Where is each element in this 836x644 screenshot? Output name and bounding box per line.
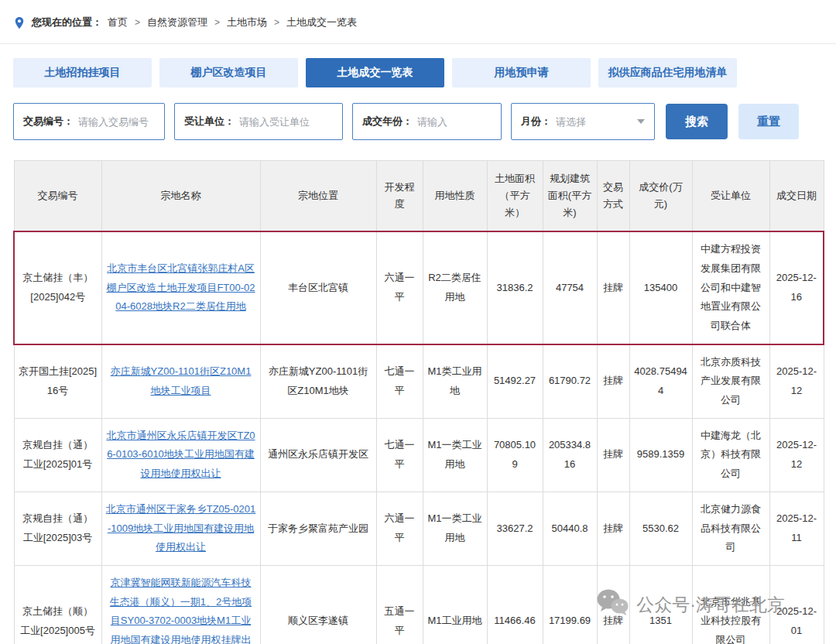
cell-planned-building-area: 61790.72 (543, 344, 597, 419)
cell-transaction-date: 2025-12-12 (769, 418, 824, 492)
cell-planned-building-area: 205334.816 (543, 418, 597, 492)
cell-transaction-method: 挂牌 (597, 344, 629, 419)
cell-planned-building-area: 50440.8 (543, 492, 597, 565)
tab-shantytown-projects[interactable]: 棚户区改造项目 (159, 58, 298, 87)
header-development-degree: 开发程度 (376, 161, 423, 232)
cell-land-area: 51492.27 (487, 344, 543, 419)
cell-land-use-nature: M1类工业用地 (423, 344, 487, 419)
cell-transferee: 中建方程投资发展集团有限公司和中建智地置业有限公司联合体 (692, 231, 769, 344)
header-transaction-id: 交易编号 (14, 161, 101, 232)
breadcrumb-separator: > (135, 17, 140, 28)
location-pin-icon (14, 16, 25, 29)
tab-land-auction-projects[interactable]: 土地招拍挂项目 (13, 58, 152, 87)
cell-planned-building-area: 17199.69 (543, 565, 597, 644)
cell-land-use-nature: M1工业用地 (423, 565, 487, 644)
watermark-text: 公众号·涛哥在北京 (636, 593, 785, 617)
cell-transaction-id: 京规自挂（通）工业[2025]01号 (14, 418, 101, 492)
parcel-name-link[interactable]: 北京市通州区永乐店镇开发区TZ06-0103-6010地块工业用地国有建设用地使… (106, 430, 255, 479)
header-transaction-price: 成交价(万元) (629, 161, 692, 232)
cell-parcel-name: 亦庄新城YZ00-1101街区Z10M1地块工业项目 (101, 344, 260, 419)
cell-transaction-method: 挂牌 (597, 492, 629, 565)
cell-transaction-date: 2025-12-12 (769, 344, 824, 419)
filter-bar: 交易编号： 受让单位： 成交年份： 月份： 搜索 重置 (13, 103, 823, 140)
cell-parcel-name: 北京市通州区于家务乡TZ05-0201-1009地块工业用地国有建设用地使用权出… (101, 492, 260, 565)
header-land-area: 土地面积（平方米） (487, 161, 543, 232)
cell-transferee: 北京亦质科技产业发展有限公司 (692, 344, 769, 419)
transaction-id-filter[interactable]: 交易编号： (13, 103, 165, 140)
cell-transaction-date: 2025-12-11 (769, 492, 824, 565)
cell-development-degree: 六通一平 (376, 231, 423, 344)
cell-planned-building-area: 47754 (543, 231, 597, 344)
parcel-name-link[interactable]: 亦庄新城YZ00-1101街区Z10M1地块工业项目 (111, 365, 252, 396)
cell-parcel-location: 于家务乡聚富苑产业园 (260, 492, 376, 565)
cell-land-area: 70805.109 (487, 418, 543, 492)
breadcrumb-item-home[interactable]: 首页 (108, 15, 128, 29)
breadcrumb-item-resource-mgmt[interactable]: 自然资源管理 (147, 15, 207, 29)
table-row: 京规自挂（通）工业[2025]03号 北京市通州区于家务乡TZ05-0201-1… (14, 492, 824, 565)
tab-land-preapplication[interactable]: 用地预申请 (452, 58, 591, 87)
tab-land-transactions[interactable]: 土地成交一览表 (306, 58, 444, 87)
table-row-highlighted: 京土储挂（丰）[2025]042号 北京市丰台区北宫镇张郭庄村A区棚户区改造土地… (14, 231, 824, 344)
breadcrumb-item-current: 土地成交一览表 (286, 15, 357, 29)
cell-parcel-name: 北京市丰台区北宫镇张郭庄村A区棚户区改造土地开发项目FT00-0204-6028… (101, 231, 260, 344)
month-filter[interactable]: 月份： (511, 103, 655, 140)
reset-button[interactable]: 重置 (738, 104, 799, 139)
parcel-name-link[interactable]: 北京市通州区于家务乡TZ05-0201-1009地块工业用地国有建设用地使用权出… (106, 503, 256, 553)
breadcrumb-label: 您现在的位置： (32, 15, 102, 29)
cell-development-degree: 七通一平 (376, 344, 423, 419)
cell-transaction-id: 京开国土挂[2025]16号 (14, 344, 101, 419)
cell-transferee: 中建海龙（北京）科技有限公司 (692, 418, 769, 492)
cell-land-use-nature: M1一类工业用地 (423, 492, 487, 565)
chevron-down-icon (637, 119, 645, 124)
table-row: 京规自挂（通）工业[2025]01号 北京市通州区永乐店镇开发区TZ06-010… (14, 418, 824, 492)
cell-land-area: 31836.2 (487, 231, 543, 344)
cell-land-area: 11466.46 (487, 565, 543, 644)
transaction-id-input[interactable] (78, 116, 155, 128)
cell-transaction-id: 京土储挂（顺）工业[2025]005号 (14, 565, 101, 644)
cell-parcel-location: 顺义区李遂镇 (260, 565, 376, 644)
cell-transaction-method: 挂牌 (597, 418, 629, 492)
table-row: 京开国土挂[2025]16号 亦庄新城YZ00-1101街区Z10M1地块工业项… (14, 344, 824, 419)
month-label: 月份： (521, 115, 551, 128)
land-transaction-table: 交易编号 宗地名称 宗地位置 开发程度 用地性质 土地面积（平方米） 规划建筑面… (13, 160, 824, 644)
cell-parcel-name: 京津冀智能网联新能源汽车科技生态港（顺义）一期1、2号地项目SY00-3702-… (101, 565, 260, 644)
cell-development-degree: 六通一平 (376, 492, 423, 565)
cell-transaction-price: 4028.754944 (629, 344, 692, 419)
transferee-label: 受让单位： (184, 115, 235, 128)
parcel-name-link[interactable]: 京津冀智能网联新能源汽车科技生态港（顺义）一期1、2号地项目SY00-3702-… (110, 577, 252, 644)
cell-parcel-name: 北京市通州区永乐店镇开发区TZ06-0103-6010地块工业用地国有建设用地使… (101, 418, 260, 492)
cell-development-degree: 七通一平 (376, 418, 423, 492)
cell-transaction-date: 2025-12-16 (769, 231, 824, 344)
cell-transaction-id: 京规自挂（通）工业[2025]03号 (14, 492, 101, 565)
year-filter[interactable]: 成交年份： (352, 103, 502, 140)
transferee-filter[interactable]: 受让单位： (174, 103, 343, 140)
watermark: 公众号·涛哥在北京 (596, 588, 785, 621)
cell-transaction-price: 5530.62 (629, 492, 692, 565)
transferee-input[interactable] (239, 116, 333, 128)
tab-residential-land-list[interactable]: 拟供应商品住宅用地清单 (598, 58, 737, 87)
tab-bar: 土地招拍挂项目 棚户区改造项目 土地成交一览表 用地预申请 拟供应商品住宅用地清… (13, 58, 823, 87)
header-transaction-date: 成交日期 (769, 161, 824, 232)
transaction-id-label: 交易编号： (23, 115, 74, 128)
header-planned-building-area: 规划建筑面积(平方米) (543, 161, 597, 232)
cell-development-degree: 五通一平 (376, 565, 423, 644)
year-input[interactable] (417, 116, 492, 128)
cell-transaction-id: 京土储挂（丰）[2025]042号 (14, 231, 101, 344)
cell-parcel-location: 通州区永乐店镇开发区 (260, 418, 376, 492)
cell-transaction-method: 挂牌 (597, 231, 629, 344)
header-transferee: 受让单位 (692, 161, 769, 232)
breadcrumb: 您现在的位置： 首页 > 自然资源管理 > 土地市场 > 土地成交一览表 (0, 0, 836, 44)
table-header-row: 交易编号 宗地名称 宗地位置 开发程度 用地性质 土地面积（平方米） 规划建筑面… (14, 161, 824, 232)
cell-transaction-price: 135400 (629, 231, 692, 344)
header-parcel-name: 宗地名称 (101, 161, 260, 232)
breadcrumb-item-land-market[interactable]: 土地市场 (227, 15, 267, 29)
header-land-use-nature: 用地性质 (423, 161, 487, 232)
parcel-name-link[interactable]: 北京市丰台区北宫镇张郭庄村A区棚户区改造土地开发项目FT00-0204-6028… (106, 262, 255, 312)
year-label: 成交年份： (362, 115, 413, 128)
month-select[interactable] (556, 116, 634, 128)
header-transaction-method: 交易方式 (597, 161, 629, 232)
breadcrumb-separator: > (214, 17, 220, 28)
cell-transaction-price: 9589.1359 (629, 418, 692, 492)
cell-parcel-location: 丰台区北宫镇 (260, 231, 376, 344)
search-button[interactable]: 搜索 (666, 104, 728, 139)
